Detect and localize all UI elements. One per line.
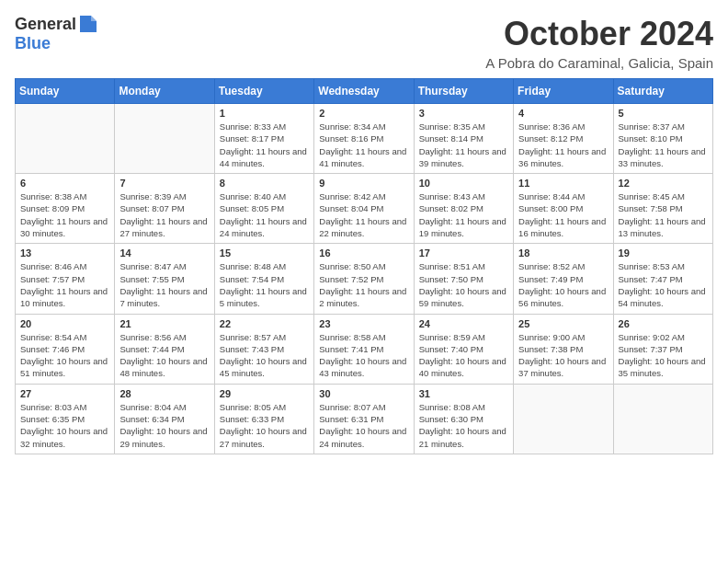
table-row: 7Sunrise: 8:39 AMSunset: 8:07 PMDaylight…	[115, 174, 214, 244]
day-info: Sunrise: 8:52 AMSunset: 7:49 PMDaylight:…	[518, 260, 608, 309]
day-info: Sunrise: 8:59 AMSunset: 7:40 PMDaylight:…	[419, 331, 508, 380]
day-info: Sunrise: 8:43 AMSunset: 8:02 PMDaylight:…	[419, 190, 508, 239]
day-info: Sunrise: 8:34 AMSunset: 8:16 PMDaylight:…	[319, 121, 408, 169]
table-row: 5Sunrise: 8:37 AMSunset: 8:10 PMDaylight…	[613, 104, 712, 174]
day-number: 4	[518, 108, 608, 119]
table-row: 22Sunrise: 8:57 AMSunset: 7:43 PMDayligh…	[214, 314, 313, 384]
location: A Pobra do Caraminal, Galicia, Spain	[485, 55, 713, 71]
col-friday: Friday	[514, 79, 613, 104]
table-row: 28Sunrise: 8:04 AMSunset: 6:34 PMDayligh…	[115, 384, 214, 454]
table-row: 14Sunrise: 8:47 AMSunset: 7:55 PMDayligh…	[115, 244, 214, 314]
table-row: 31Sunrise: 8:08 AMSunset: 6:30 PMDayligh…	[414, 384, 513, 454]
svg-marker-0	[80, 16, 97, 32]
day-info: Sunrise: 8:37 AMSunset: 8:10 PMDaylight:…	[619, 121, 708, 169]
day-number: 13	[20, 247, 109, 259]
table-row: 3Sunrise: 8:35 AMSunset: 8:14 PMDaylight…	[414, 104, 513, 174]
page-header: General Blue October 2024 A Pobra do Car…	[15, 15, 713, 71]
table-row: 18Sunrise: 8:52 AMSunset: 7:49 PMDayligh…	[514, 244, 613, 314]
day-number: 10	[419, 178, 508, 189]
title-area: October 2024 A Pobra do Caraminal, Galic…	[485, 15, 713, 71]
month-title: October 2024	[485, 15, 713, 53]
day-number: 12	[619, 178, 708, 189]
day-info: Sunrise: 9:00 AMSunset: 7:38 PMDaylight:…	[518, 331, 608, 380]
day-info: Sunrise: 9:02 AMSunset: 7:37 PMDaylight:…	[619, 331, 708, 380]
table-row: 11Sunrise: 8:44 AMSunset: 8:00 PMDayligh…	[514, 174, 613, 244]
day-info: Sunrise: 8:57 AMSunset: 7:43 PMDaylight:…	[220, 331, 309, 380]
day-info: Sunrise: 8:53 AMSunset: 7:47 PMDaylight:…	[619, 260, 708, 309]
table-row: 1Sunrise: 8:33 AMSunset: 8:17 PMDaylight…	[214, 104, 313, 174]
table-row: 8Sunrise: 8:40 AMSunset: 8:05 PMDaylight…	[214, 174, 313, 244]
table-row: 15Sunrise: 8:48 AMSunset: 7:54 PMDayligh…	[214, 244, 313, 314]
table-row: 26Sunrise: 9:02 AMSunset: 7:37 PMDayligh…	[613, 314, 712, 384]
logo-icon	[78, 14, 98, 34]
table-row: 17Sunrise: 8:51 AMSunset: 7:50 PMDayligh…	[414, 244, 513, 314]
day-info: Sunrise: 8:58 AMSunset: 7:41 PMDaylight:…	[319, 331, 408, 380]
table-row: 29Sunrise: 8:05 AMSunset: 6:33 PMDayligh…	[214, 384, 313, 454]
day-info: Sunrise: 8:45 AMSunset: 7:58 PMDaylight:…	[619, 190, 708, 239]
table-row: 12Sunrise: 8:45 AMSunset: 7:58 PMDayligh…	[613, 174, 712, 244]
table-row: 6Sunrise: 8:38 AMSunset: 8:09 PMDaylight…	[16, 174, 115, 244]
table-row: 24Sunrise: 8:59 AMSunset: 7:40 PMDayligh…	[414, 314, 513, 384]
day-number: 30	[319, 388, 408, 399]
day-number: 18	[518, 247, 608, 259]
day-number: 24	[419, 318, 508, 329]
day-info: Sunrise: 8:38 AMSunset: 8:09 PMDaylight:…	[20, 190, 109, 239]
table-row: 30Sunrise: 8:07 AMSunset: 6:31 PMDayligh…	[314, 384, 414, 454]
table-row	[16, 104, 115, 174]
day-number: 31	[419, 388, 508, 399]
day-info: Sunrise: 8:42 AMSunset: 8:04 PMDaylight:…	[319, 190, 408, 239]
logo-blue-text: Blue	[15, 34, 51, 53]
logo-general-text: General	[15, 15, 76, 34]
table-row	[514, 384, 613, 454]
table-row: 4Sunrise: 8:36 AMSunset: 8:12 PMDaylight…	[514, 104, 613, 174]
day-info: Sunrise: 8:44 AMSunset: 8:00 PMDaylight:…	[518, 190, 608, 239]
table-row: 10Sunrise: 8:43 AMSunset: 8:02 PMDayligh…	[414, 174, 513, 244]
day-info: Sunrise: 8:07 AMSunset: 6:31 PMDaylight:…	[319, 401, 408, 450]
table-row: 13Sunrise: 8:46 AMSunset: 7:57 PMDayligh…	[16, 244, 115, 314]
day-number: 16	[319, 247, 408, 259]
calendar-header-row: Sunday Monday Tuesday Wednesday Thursday…	[16, 79, 713, 104]
day-info: Sunrise: 8:08 AMSunset: 6:30 PMDaylight:…	[419, 401, 508, 450]
day-number: 28	[119, 388, 209, 399]
day-info: Sunrise: 8:36 AMSunset: 8:12 PMDaylight:…	[518, 121, 608, 169]
day-number: 19	[619, 247, 708, 259]
col-thursday: Thursday	[414, 79, 513, 104]
day-info: Sunrise: 8:40 AMSunset: 8:05 PMDaylight:…	[220, 190, 309, 239]
day-number: 8	[220, 178, 309, 189]
table-row	[115, 104, 214, 174]
table-row: 27Sunrise: 8:03 AMSunset: 6:35 PMDayligh…	[16, 384, 115, 454]
table-row: 19Sunrise: 8:53 AMSunset: 7:47 PMDayligh…	[613, 244, 712, 314]
day-number: 17	[419, 247, 508, 259]
day-number: 29	[220, 388, 309, 399]
day-info: Sunrise: 8:47 AMSunset: 7:55 PMDaylight:…	[119, 260, 209, 309]
day-info: Sunrise: 8:56 AMSunset: 7:44 PMDaylight:…	[119, 331, 209, 380]
col-wednesday: Wednesday	[314, 79, 414, 104]
col-saturday: Saturday	[613, 79, 712, 104]
day-info: Sunrise: 8:54 AMSunset: 7:46 PMDaylight:…	[20, 331, 109, 380]
day-number: 21	[119, 318, 209, 329]
table-row: 20Sunrise: 8:54 AMSunset: 7:46 PMDayligh…	[16, 314, 115, 384]
svg-marker-1	[91, 16, 97, 21]
day-info: Sunrise: 8:33 AMSunset: 8:17 PMDaylight:…	[220, 121, 309, 169]
day-number: 15	[220, 247, 309, 259]
day-info: Sunrise: 8:03 AMSunset: 6:35 PMDaylight:…	[20, 401, 109, 450]
day-info: Sunrise: 8:39 AMSunset: 8:07 PMDaylight:…	[119, 190, 209, 239]
col-tuesday: Tuesday	[214, 79, 313, 104]
table-row: 23Sunrise: 8:58 AMSunset: 7:41 PMDayligh…	[314, 314, 414, 384]
table-row: 25Sunrise: 9:00 AMSunset: 7:38 PMDayligh…	[514, 314, 613, 384]
day-number: 27	[20, 388, 109, 399]
day-number: 14	[119, 247, 209, 259]
day-number: 22	[220, 318, 309, 329]
col-monday: Monday	[115, 79, 214, 104]
day-number: 25	[518, 318, 608, 329]
day-number: 2	[319, 108, 408, 119]
day-info: Sunrise: 8:35 AMSunset: 8:14 PMDaylight:…	[419, 121, 508, 169]
logo: General Blue	[15, 15, 98, 53]
day-number: 6	[20, 178, 109, 189]
day-info: Sunrise: 8:46 AMSunset: 7:57 PMDaylight:…	[20, 260, 109, 309]
day-info: Sunrise: 8:48 AMSunset: 7:54 PMDaylight:…	[220, 260, 309, 309]
table-row: 9Sunrise: 8:42 AMSunset: 8:04 PMDaylight…	[314, 174, 414, 244]
day-number: 3	[419, 108, 508, 119]
day-number: 11	[518, 178, 608, 189]
day-info: Sunrise: 8:50 AMSunset: 7:52 PMDaylight:…	[319, 260, 408, 309]
